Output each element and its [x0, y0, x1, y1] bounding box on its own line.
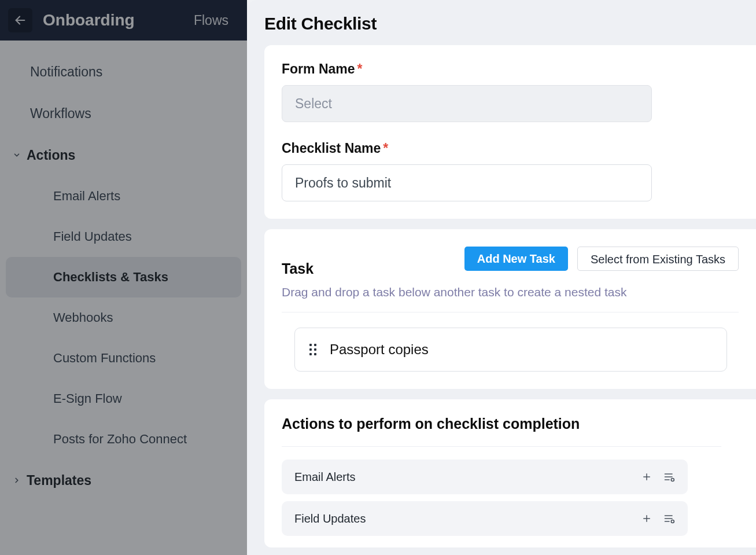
action-row-field-updates[interactable]: Field Updates	[282, 501, 688, 536]
select-existing-tasks-button[interactable]: Select from Existing Tasks	[577, 247, 739, 271]
action-row-icons	[641, 472, 675, 482]
chevron-down-icon	[12, 150, 22, 160]
task-section-title: Task	[282, 260, 314, 277]
sidebar-group-templates[interactable]: Templates	[0, 460, 247, 501]
sidebar-item-esign-flow[interactable]: E-Sign Flow	[6, 378, 241, 419]
topbar-flows-link[interactable]: Flows	[194, 13, 239, 28]
svg-point-12	[671, 520, 674, 523]
add-icon[interactable]	[641, 472, 652, 482]
action-row-icons	[641, 513, 675, 524]
checklist-name-value: Proofs to submit	[295, 175, 391, 191]
form-name-select[interactable]: Select	[282, 85, 652, 122]
arrow-left-icon	[14, 14, 27, 27]
sidebar-item-webhooks[interactable]: Webhooks	[6, 297, 241, 338]
add-new-task-button[interactable]: Add New Task	[464, 247, 568, 271]
task-item[interactable]: Passport copies	[294, 328, 727, 372]
sidebar-topbar: Onboarding Flows	[0, 0, 247, 41]
task-buttons: Add New Task Select from Existing Tasks	[464, 247, 756, 271]
action-row-label: Email Alerts	[294, 471, 356, 484]
panel-title: Edit Checklist	[264, 14, 739, 34]
topbar-title: Onboarding	[43, 11, 194, 30]
action-row-email-alerts[interactable]: Email Alerts	[282, 460, 688, 494]
sidebar-item-custom-functions[interactable]: Custom Functions	[6, 338, 241, 378]
form-name-label: Form Name*	[282, 61, 739, 77]
sidebar-group-actions[interactable]: Actions	[0, 134, 247, 176]
sidebar-item-notifications[interactable]: Notifications	[0, 51, 247, 93]
task-hint: Drag and drop a task below another task …	[282, 285, 739, 313]
checklist-name-input[interactable]: Proofs to submit	[282, 164, 652, 201]
sidebar-item-field-updates[interactable]: Field Updates	[6, 216, 241, 257]
chevron-right-icon	[12, 475, 22, 486]
actions-section-title: Actions to perform on checklist completi…	[282, 416, 721, 447]
sidebar-group-templates-label: Templates	[27, 473, 91, 488]
list-settings-icon[interactable]	[663, 513, 675, 524]
drag-handle-icon[interactable]	[308, 344, 318, 355]
checklist-name-label-text: Checklist Name	[282, 141, 381, 156]
sidebar-item-checklists-tasks[interactable]: Checklists & Tasks	[6, 257, 241, 297]
list-settings-icon[interactable]	[663, 472, 675, 482]
panel-header: Edit Checklist	[247, 0, 756, 45]
sidebar-body: Notifications Workflows Actions Email Al…	[0, 41, 247, 513]
checklist-name-label: Checklist Name*	[282, 141, 739, 156]
sidebar: Onboarding Flows Notifications Workflows…	[0, 0, 247, 555]
svg-point-6	[671, 479, 674, 482]
task-item-name: Passport copies	[330, 341, 429, 358]
sidebar-item-workflows[interactable]: Workflows	[0, 93, 247, 134]
card-task: Task Add New Task Select from Existing T…	[264, 229, 756, 389]
action-row-label: Field Updates	[294, 512, 366, 525]
task-header-row: Task Add New Task Select from Existing T…	[282, 245, 756, 277]
card-actions: Actions to perform on checklist completi…	[264, 399, 756, 547]
panel: Edit Checklist Form Name* Select Checkli…	[247, 0, 756, 555]
sidebar-item-posts-zoho-connect[interactable]: Posts for Zoho Connect	[6, 419, 241, 460]
required-asterisk: *	[383, 141, 388, 156]
required-asterisk: *	[357, 61, 363, 76]
sidebar-item-email-alerts[interactable]: Email Alerts	[6, 176, 241, 216]
sidebar-group-actions-label: Actions	[27, 148, 75, 163]
add-icon[interactable]	[641, 513, 652, 524]
form-name-placeholder: Select	[295, 96, 332, 112]
form-name-label-text: Form Name	[282, 61, 355, 76]
back-button[interactable]	[8, 8, 32, 32]
panel-body: Form Name* Select Checklist Name* Proofs…	[247, 45, 756, 547]
card-form: Form Name* Select Checklist Name* Proofs…	[264, 45, 756, 219]
